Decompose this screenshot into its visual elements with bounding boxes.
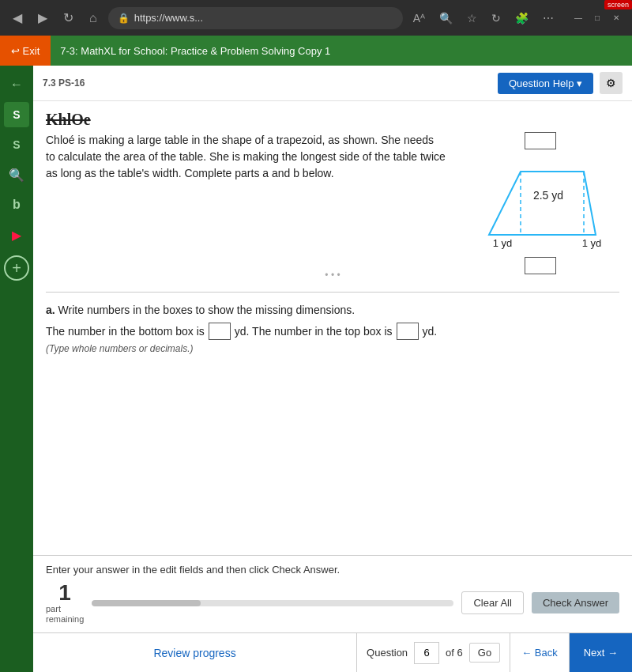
go-button[interactable]: Go [469,643,500,663]
close-btn[interactable]: ✕ [608,10,624,26]
search-btn[interactable]: 🔍 [435,10,457,26]
part-a-instruction: Write numbers in the boxes to show the m… [58,304,356,316]
nav-forward-btn[interactable]: ▶ [33,9,52,27]
sidebar-icon-b[interactable]: b [4,192,29,217]
content-header: 7.3 PS-16 Question Help ▾ ⚙ [33,66,632,101]
part-a-label: a. Write numbers in the boxes to show th… [46,304,619,316]
problem-text-column: Chloé is making a large table in the sha… [46,132,446,182]
url-text: https://www.s... [134,12,203,24]
refresh-page-btn[interactable]: ↻ [487,10,505,26]
question-id: 7.3 PS-16 [43,77,85,89]
hint-text: (Type whole numbers or decimals.) [46,343,619,354]
question-nav: Question of 6 Go [357,633,510,672]
svg-text:1 yd: 1 yd [582,237,602,249]
bottom-bar: Enter your answer in the edit fields and… [33,555,632,632]
review-progress-button[interactable]: Review progress [33,633,357,672]
more-btn[interactable]: ⋯ [539,10,558,26]
question-number-input[interactable] [414,642,439,664]
nav-back-btn[interactable]: ◀ [8,9,27,27]
sentence-part1: The number in the bottom box is [46,325,205,338]
svg-marker-0 [489,172,596,235]
main-layout: ← S S 🔍 b ▶ + 7.3 PS-16 Question Help ▾ … [0,66,632,672]
handwritten-name: KhlOe [46,111,619,129]
browser-chrome: ◀ ▶ ↻ ⌂ 🔒 https://www.s... Aᴬ 🔍 ☆ ↻ 🧩 ⋯ … [0,0,632,36]
progress-row: 1 part remaining Clear All Check Answer [46,582,619,625]
sidebar-icon-back[interactable]: ← [4,72,29,97]
problem-area: KhlOe Chloé is making a large table in t… [33,101,632,555]
nav-home-btn[interactable]: ⌂ [85,9,102,27]
svg-text:1 yd: 1 yd [493,237,513,249]
section-divider [46,292,619,293]
part-number: 1 [58,582,71,604]
problem-content: Chloé is making a large table in the sha… [46,132,619,274]
problem-image-column: 2.5 yd 1 yd 1 yd [461,132,619,274]
progress-bar-container [92,600,453,606]
bookmark-btn[interactable]: ☆ [463,10,481,26]
unit2-text: yd. [423,325,438,338]
window-controls: — □ ✕ [570,10,624,26]
extension-btn[interactable]: 🧩 [511,10,532,26]
progress-bar-fill [92,600,200,606]
lock-icon: 🔒 [118,13,130,24]
bottom-hint: Enter your answer in the edit fields and… [46,564,619,576]
svg-text:2.5 yd: 2.5 yd [533,189,563,202]
top-box-input[interactable] [397,323,419,340]
trapezoid-diagram: 2.5 yd 1 yd 1 yd [465,156,615,251]
bottom-box-input[interactable] [209,323,231,340]
reader-mode-btn[interactable]: Aᴬ [409,10,429,26]
next-button[interactable]: Next → [570,633,632,672]
bottom-dimension-input[interactable] [525,257,556,274]
maximize-btn[interactable]: □ [589,10,605,26]
back-button[interactable]: ← Back [510,633,570,672]
sidebar-icon-s2[interactable]: S [4,132,29,157]
sidebar-icon-search[interactable]: 🔍 [4,162,29,187]
problem-sentence: The number in the bottom box is yd. The … [46,323,619,340]
question-help-button[interactable]: Question Help ▾ [498,73,593,94]
footer-nav: Review progress Question of 6 Go ← Back … [33,632,632,672]
unit1-text: yd. The number in the top box is [235,325,393,338]
part-label: part remaining [46,604,84,625]
nav-refresh-btn[interactable]: ↻ [58,9,78,27]
question-label: Question [367,647,408,659]
sidebar-add-btn[interactable]: + [4,255,29,281]
app-header: ↩ Exit 7-3: MathXL for School: Practice … [0,36,632,66]
sidebar-icon-s1[interactable]: S [4,102,29,127]
app-title: 7-3: MathXL for School: Practice & Probl… [51,45,632,57]
top-dimension-input[interactable] [525,132,556,149]
of-total: of 6 [446,647,463,659]
sidebar: ← S S 🔍 b ▶ + [0,66,33,672]
problem-text: Chloé is making a large table in the sha… [46,132,446,182]
content-area: 7.3 PS-16 Question Help ▾ ⚙ KhlOe Chloé … [33,66,632,672]
screencast-badge: screen [604,0,632,9]
clear-all-button[interactable]: Clear All [461,591,523,614]
check-answer-button[interactable]: Check Answer [532,592,619,613]
settings-button[interactable]: ⚙ [600,72,623,94]
url-bar[interactable]: 🔒 https://www.s... [108,7,403,29]
exit-button[interactable]: ↩ Exit [0,36,51,66]
minimize-btn[interactable]: — [570,10,586,26]
sidebar-icon-youtube[interactable]: ▶ [4,222,29,247]
